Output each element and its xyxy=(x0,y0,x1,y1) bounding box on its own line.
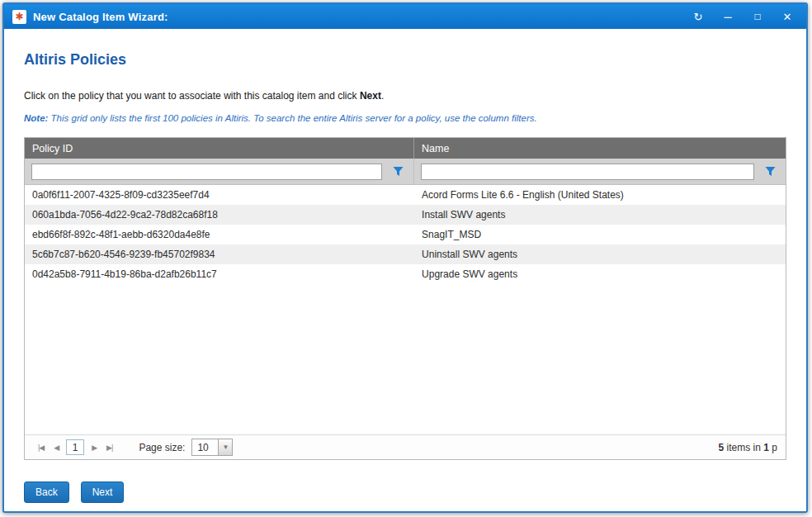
pager-bar: |◀ ◀ 1 ▶ ▶| Page size: 10 ▼ 5 items in 1… xyxy=(25,434,786,459)
close-icon[interactable]: ✕ xyxy=(781,12,793,22)
next-button[interactable]: Next xyxy=(81,481,125,503)
maximize-icon[interactable]: □ xyxy=(752,12,763,21)
next-page-button[interactable]: ▶ xyxy=(87,443,102,452)
policy-id-filter-icon[interactable] xyxy=(390,164,405,179)
chevron-down-icon[interactable]: ▼ xyxy=(219,439,233,456)
refresh-icon[interactable]: ↻ xyxy=(692,12,704,22)
back-button[interactable]: Back xyxy=(24,481,69,503)
name-filter-icon[interactable] xyxy=(762,164,777,179)
page-size-value[interactable]: 10 xyxy=(191,439,219,456)
pages-count: 1 xyxy=(763,442,769,453)
cell-policy-id[interactable]: 060a1bda-7056-4d22-9ca2-78d82ca68f18 xyxy=(25,205,414,225)
cell-name[interactable]: SnagIT_MSD xyxy=(414,225,786,244)
instruction-suffix: . xyxy=(381,90,384,102)
cell-policy-id[interactable]: 5c6b7c87-b620-4546-9239-fb45702f9834 xyxy=(25,244,414,264)
window-controls: ↻ ─ □ ✕ xyxy=(692,12,798,22)
policy-id-filter-cell xyxy=(25,159,414,184)
policy-id-filter-input[interactable] xyxy=(31,164,382,180)
page-size-label: Page size: xyxy=(139,442,185,453)
grid-body: 0a0f6f11-2007-4325-8f09-cd3235eef7d4 Aco… xyxy=(25,185,786,434)
page-title: Altiris Policies xyxy=(24,51,786,69)
cell-policy-id[interactable]: 0d42a5b8-7911-4b19-86ba-d2afb26b11c7 xyxy=(25,264,414,284)
summary-mid: items in xyxy=(724,442,763,453)
table-row[interactable]: 060a1bda-7056-4d22-9ca2-78d82ca68f18 Ins… xyxy=(25,205,786,225)
cell-name[interactable]: Upgrade SWV agents xyxy=(414,264,786,284)
cell-name[interactable]: Acord Forms Lite 6.6 - English (United S… xyxy=(414,185,786,205)
page-size-dropdown[interactable]: 10 ▼ xyxy=(191,439,233,456)
wizard-footer: Back Next xyxy=(24,481,786,503)
table-row[interactable]: ebd66f8f-892c-48f1-aebb-d6320da4e8fe Sna… xyxy=(25,225,786,244)
wizard-content: Altiris Policies Click on the policy tha… xyxy=(4,51,806,503)
note-body: This grid only lists the first 100 polic… xyxy=(48,113,536,123)
previous-page-button[interactable]: ◀ xyxy=(49,443,64,452)
app-icon: ✱ xyxy=(12,10,26,24)
grid-header-row: Policy ID Name xyxy=(25,138,786,159)
table-row[interactable]: 0d42a5b8-7911-4b19-86ba-d2afb26b11c7 Upg… xyxy=(25,264,786,284)
note-label: Note: xyxy=(24,113,48,123)
name-filter-input[interactable] xyxy=(421,164,754,180)
table-row[interactable]: 5c6b7c87-b620-4546-9239-fb45702f9834 Uni… xyxy=(25,244,786,264)
column-header-name[interactable]: Name xyxy=(414,138,786,159)
minimize-icon[interactable]: ─ xyxy=(722,12,734,22)
column-header-policy-id[interactable]: Policy ID xyxy=(25,138,414,159)
grid-filter-row xyxy=(25,159,786,185)
pager-summary: 5 items in 1 p xyxy=(719,442,777,453)
instruction-next-word: Next xyxy=(360,90,381,102)
title-bar: ✱ New Catalog Item Wizard: ↻ ─ □ ✕ xyxy=(4,4,806,29)
instruction-prefix: Click on the policy that you want to ass… xyxy=(24,90,360,102)
table-row[interactable]: 0a0f6f11-2007-4325-8f09-cd3235eef7d4 Aco… xyxy=(25,185,786,205)
last-page-button[interactable]: ▶| xyxy=(102,443,117,452)
window-title: New Catalog Item Wizard: xyxy=(33,11,168,23)
cell-name[interactable]: Uninstall SWV agents xyxy=(414,244,786,264)
current-page-box[interactable]: 1 xyxy=(66,439,84,455)
cell-policy-id[interactable]: 0a0f6f11-2007-4325-8f09-cd3235eef7d4 xyxy=(25,185,414,205)
cell-policy-id[interactable]: ebd66f8f-892c-48f1-aebb-d6320da4e8fe xyxy=(25,225,414,244)
policies-grid: Policy ID Name xyxy=(24,137,786,460)
first-page-button[interactable]: |◀ xyxy=(33,443,49,452)
cell-name[interactable]: Install SWV agents xyxy=(414,205,786,225)
wizard-window: ✱ New Catalog Item Wizard: ↻ ─ □ ✕ Altir… xyxy=(2,2,808,513)
instruction-text: Click on the policy that you want to ass… xyxy=(24,90,786,102)
name-filter-cell xyxy=(414,159,786,184)
summary-tail: p xyxy=(769,442,777,453)
note-text: Note: This grid only lists the first 100… xyxy=(24,113,786,123)
